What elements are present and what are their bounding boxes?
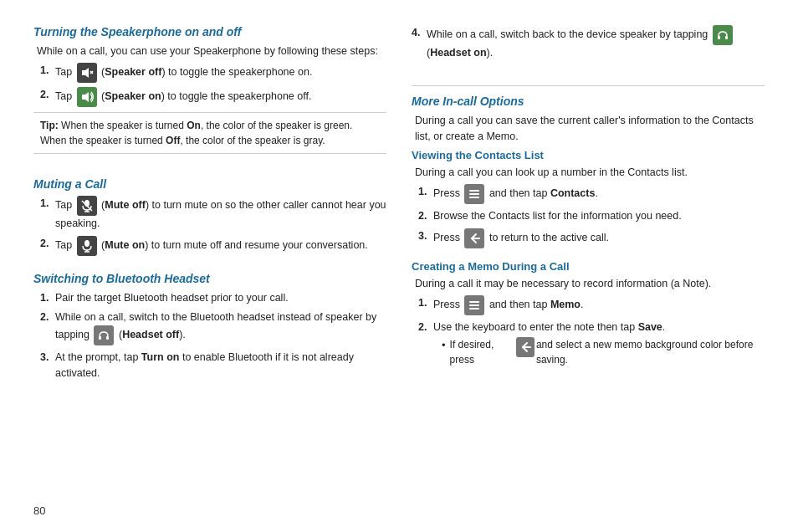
- svg-point-8: [84, 240, 90, 247]
- svg-marker-0: [82, 68, 89, 78]
- step-memo-2: 2. Use the keyboard to enter the note th…: [418, 320, 765, 372]
- headset-on-icon: [713, 25, 733, 45]
- svg-rect-15: [469, 190, 479, 192]
- speaker-off-icon: [77, 63, 97, 83]
- muting-section: Muting a Call 1. Tap (Mute off) to turn …: [33, 177, 386, 260]
- step-contacts-2: 2. Browse the Contacts list for the info…: [418, 208, 765, 224]
- svg-rect-17: [469, 197, 479, 198]
- more-incall-section: More In-call Options During a call you c…: [412, 95, 765, 384]
- svg-rect-20: [469, 308, 479, 309]
- tip-box: Tip: When the speaker is turned On, the …: [33, 112, 386, 154]
- memo-steps: 1. Press and then tap Memo. 2.: [412, 295, 765, 372]
- svg-rect-19: [469, 304, 479, 306]
- left-column: Turning the Speakerphone on and off Whil…: [33, 25, 386, 515]
- step-contacts-1: 1. Press and then tap Contacts.: [418, 184, 765, 204]
- page-number: 80: [33, 504, 45, 517]
- memo-subsection: Creating a Memo During a Call During a c…: [412, 260, 765, 372]
- contacts-title: Viewing the Contacts List: [412, 149, 765, 161]
- contacts-subsection: Viewing the Contacts List During a call …: [412, 149, 765, 248]
- step-bt-1: 1. Pair the target Bluetooth headset pri…: [40, 290, 386, 306]
- svg-rect-16: [469, 193, 479, 195]
- speakerphone-title: Turning the Speakerphone on and off: [33, 25, 386, 38]
- step-mute-off: 1. Tap (Mute off) to turn mute on so the…: [40, 196, 386, 232]
- svg-rect-18: [469, 301, 479, 303]
- step-4: 4. While on a call, switch back to the d…: [412, 25, 765, 61]
- right-column: 4. While on a call, switch back to the d…: [412, 25, 765, 515]
- step-bt-2: 2. While on a call, switch to the Blueto…: [40, 309, 386, 345]
- back-icon-2: [516, 337, 535, 357]
- contacts-steps: 1. Press and then tap Contacts. 2.: [412, 184, 765, 248]
- step-contacts-3: 3. Press to return to the active call.: [418, 228, 765, 248]
- more-incall-intro: During a call you can save the current c…: [412, 113, 765, 145]
- step-mute-on: 2. Tap (Mute on) to turn mute off and re…: [40, 236, 386, 256]
- svg-rect-11: [99, 336, 101, 340]
- step4-section: 4. While on a call, switch back to the d…: [412, 25, 765, 65]
- memo-intro: During a call it may be necessary to rec…: [412, 276, 765, 292]
- speaker-on-icon: [77, 87, 97, 107]
- bluetooth-section: Switching to Bluetooth Headset 1. Pair t…: [33, 272, 386, 386]
- speakerphone-section: Turning the Speakerphone on and off Whil…: [33, 25, 386, 166]
- speakerphone-steps: 1. Tap (Speaker off) to toggle the speak…: [33, 63, 386, 107]
- more-incall-title: More In-call Options: [412, 95, 765, 108]
- svg-rect-12: [106, 336, 109, 340]
- step-memo-1: 1. Press and then tap Memo.: [418, 295, 765, 315]
- svg-marker-3: [82, 92, 89, 102]
- muting-title: Muting a Call: [33, 177, 386, 191]
- svg-rect-13: [718, 36, 720, 39]
- mute-off-icon: [77, 196, 97, 216]
- step-speaker-on: 2. Tap (Speaker on) to toggle the speake…: [40, 87, 386, 107]
- back-icon-1: [464, 228, 484, 248]
- svg-rect-14: [725, 36, 728, 39]
- step-speaker-off: 1. Tap (Speaker off) to toggle the speak…: [40, 63, 386, 83]
- headset-off-icon: [94, 325, 114, 345]
- bluetooth-steps: 1. Pair the target Bluetooth headset pri…: [33, 290, 386, 381]
- column-divider: [412, 85, 765, 86]
- mute-on-icon: [77, 236, 97, 256]
- speakerphone-intro: While on a call, you can use your Speake…: [33, 43, 386, 59]
- bluetooth-title: Switching to Bluetooth Headset: [33, 272, 386, 285]
- menu-icon-2: [464, 295, 484, 315]
- step-bt-3: 3. At the prompt, tap Turn on to enable …: [40, 350, 386, 381]
- memo-bullet-list: If desired, press and select a new memo …: [433, 337, 765, 367]
- menu-icon-1: [464, 184, 484, 204]
- memo-bullet: If desired, press and select a new memo …: [442, 337, 765, 367]
- memo-title: Creating a Memo During a Call: [412, 260, 765, 273]
- contacts-intro: During a call you can look up a number i…: [412, 165, 765, 181]
- muting-steps: 1. Tap (Mute off) to turn mute on so the…: [33, 196, 386, 256]
